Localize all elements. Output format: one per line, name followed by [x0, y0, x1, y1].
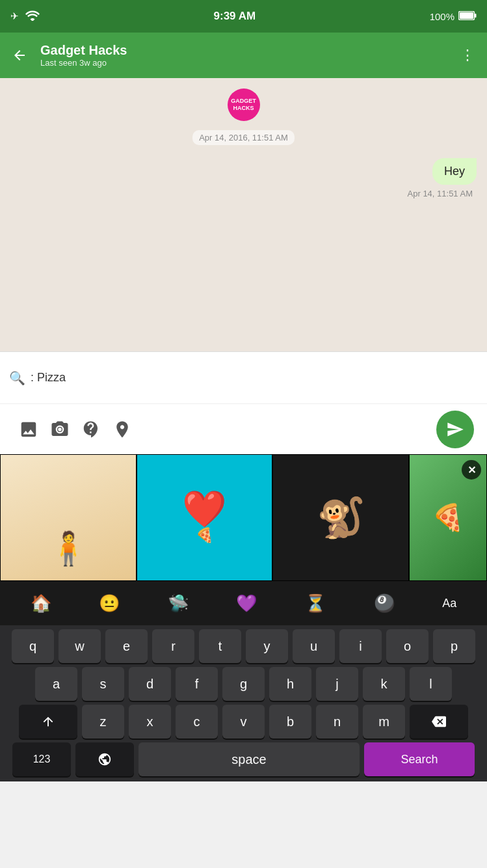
keyboard-row-1: q w e r t y u i o p: [0, 625, 487, 663]
back-button[interactable]: [8, 44, 31, 67]
key-f[interactable]: f: [176, 667, 218, 701]
avatar: GADGETHACKS: [228, 88, 260, 121]
emoji-pixel-heart[interactable]: 💜: [236, 593, 257, 614]
numbers-key[interactable]: 123: [12, 742, 71, 776]
gif-item-4[interactable]: ✕ 🍕: [409, 454, 487, 581]
location-button[interactable]: [107, 414, 138, 445]
camera-button[interactable]: [44, 414, 75, 445]
svg-rect-1: [460, 12, 473, 19]
key-r[interactable]: r: [152, 629, 194, 663]
key-d[interactable]: d: [129, 667, 171, 701]
contact-info: Gadget Hacks Last seen 3w ago: [40, 43, 447, 68]
key-x[interactable]: x: [129, 705, 171, 739]
emoji-hourglass[interactable]: ⏳: [305, 593, 326, 614]
status-time: 9:39 AM: [214, 10, 256, 23]
more-options-button[interactable]: ⋮: [456, 44, 479, 67]
search-emoji-icon: 🔍: [9, 370, 25, 386]
key-h[interactable]: h: [269, 667, 311, 701]
key-t[interactable]: t: [199, 629, 241, 663]
keyboard-row-2: a s d f g h j k l: [0, 663, 487, 701]
space-key[interactable]: space: [138, 742, 360, 776]
key-l[interactable]: l: [410, 667, 452, 701]
key-v[interactable]: v: [222, 705, 265, 739]
key-y[interactable]: y: [246, 629, 288, 663]
key-p[interactable]: p: [433, 629, 475, 663]
key-w[interactable]: w: [59, 629, 101, 663]
send-button[interactable]: [436, 411, 474, 448]
battery-icon: [458, 11, 477, 22]
key-c[interactable]: c: [176, 705, 218, 739]
emoji-ufo[interactable]: 🛸: [168, 593, 189, 614]
emoji-row: 🏠 😐 🛸 💜 ⏳ 🎱 Aa: [0, 581, 487, 625]
gif-item-1[interactable]: 🧍: [0, 454, 137, 581]
key-n[interactable]: n: [316, 705, 358, 739]
keyboard-bottom-row: 123 space Search: [0, 739, 487, 781]
gallery-button[interactable]: [13, 414, 44, 445]
sticker-button[interactable]: [75, 414, 107, 445]
globe-key[interactable]: [75, 742, 134, 776]
key-k[interactable]: k: [363, 667, 405, 701]
battery-percent: 100%: [430, 11, 454, 22]
key-j[interactable]: j: [316, 667, 358, 701]
message-timestamp: Apr 14, 11:51 AM: [408, 189, 473, 198]
key-g[interactable]: g: [222, 667, 265, 701]
emoji-face[interactable]: 😐: [99, 593, 120, 614]
svg-rect-2: [475, 14, 477, 18]
shift-key[interactable]: [19, 705, 77, 739]
key-u[interactable]: u: [293, 629, 335, 663]
backspace-key[interactable]: [410, 705, 468, 739]
chat-area: GADGETHACKS Apr 14, 2016, 11:51 AM Hey A…: [0, 78, 487, 351]
message-bubble: Hey: [432, 158, 477, 185]
key-m[interactable]: m: [363, 705, 405, 739]
key-z[interactable]: z: [82, 705, 124, 739]
gif-grid: 🧍 ❤️ 🍕 🐒 ✕ 🍕: [0, 454, 487, 581]
close-gif-button[interactable]: ✕: [462, 460, 481, 480]
gif-item-3[interactable]: 🐒: [272, 454, 409, 581]
gif-item-2[interactable]: ❤️ 🍕: [137, 454, 273, 581]
text-style-button[interactable]: Aa: [442, 597, 456, 610]
input-area: 🔍: [0, 351, 487, 403]
key-o[interactable]: o: [386, 629, 428, 663]
message-input[interactable]: [31, 364, 478, 392]
key-q[interactable]: q: [12, 629, 54, 663]
attachment-row: [0, 403, 487, 454]
key-e[interactable]: e: [105, 629, 148, 663]
emoji-home[interactable]: 🏠: [31, 593, 51, 614]
status-bar: ✈ 9:39 AM 100%: [0, 0, 487, 33]
keyboard-row-3: z x c v b n m: [0, 701, 487, 739]
keyboard: q w e r t y u i o p a s d f g h j k l z …: [0, 625, 487, 781]
key-s[interactable]: s: [82, 667, 124, 701]
key-a[interactable]: a: [35, 667, 77, 701]
contact-name: Gadget Hacks: [40, 43, 447, 58]
wifi-icon: [25, 10, 40, 23]
key-b[interactable]: b: [269, 705, 311, 739]
header: Gadget Hacks Last seen 3w ago ⋮: [0, 33, 487, 78]
contact-status: Last seen 3w ago: [40, 58, 447, 68]
search-key[interactable]: Search: [364, 742, 475, 776]
timestamp-center: Apr 14, 2016, 11:51 AM: [192, 130, 295, 145]
plane-icon: ✈: [10, 10, 19, 22]
emoji-8ball[interactable]: 🎱: [374, 593, 395, 614]
key-i[interactable]: i: [339, 629, 382, 663]
